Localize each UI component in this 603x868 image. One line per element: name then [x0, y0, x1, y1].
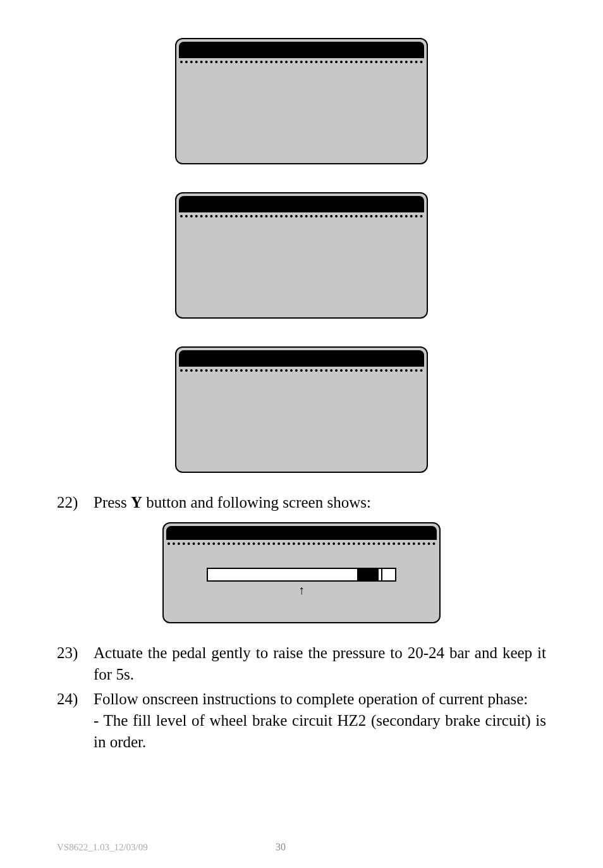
step-23-number: 23)	[57, 642, 94, 685]
divider-line	[168, 542, 436, 545]
screen-3-header	[179, 350, 424, 367]
screen-4-header	[166, 526, 437, 540]
device-screen-1	[175, 38, 428, 164]
divider-line	[180, 369, 423, 372]
step-23-text: Actuate the pedal gently to raise the pr…	[94, 642, 546, 685]
step-22-text: Press Y button and following screen show…	[94, 492, 546, 513]
divider-line	[180, 61, 423, 63]
step-24-text: Follow onscreen instructions to complete…	[94, 688, 546, 710]
screen-1-header	[179, 42, 424, 58]
device-screen-4: ↑	[162, 522, 441, 623]
divider-line	[180, 215, 423, 217]
device-screen-3	[175, 346, 428, 473]
progress-fill	[357, 569, 379, 580]
page-number: 30	[91, 841, 470, 853]
screen-2-header	[179, 196, 424, 212]
step-24-number: 24)	[57, 688, 94, 710]
progress-bar	[207, 568, 396, 582]
page-footer: VS8622_1.03_12/03/09 30	[57, 841, 546, 853]
step-24: 24) Follow onscreen instructions to comp…	[57, 688, 546, 710]
progress-end-segment	[381, 569, 395, 580]
step-23: 23) Actuate the pedal gently to raise th…	[57, 642, 546, 685]
arrow-up-icon: ↑	[164, 583, 439, 597]
screens-column	[57, 38, 546, 473]
step-22: 22) Press Y button and following screen …	[57, 492, 546, 513]
step-22-text-a: Press	[94, 494, 131, 511]
document-page: 22) Press Y button and following screen …	[0, 0, 603, 868]
device-screen-2	[175, 192, 428, 319]
progress-wrap	[164, 568, 439, 582]
step-22-bold: Y	[131, 494, 142, 511]
step-22-number: 22)	[57, 492, 94, 513]
step-22-text-b: button and following screen shows:	[142, 494, 371, 511]
step-24-sub: - The fill level of wheel brake circuit …	[94, 710, 546, 753]
